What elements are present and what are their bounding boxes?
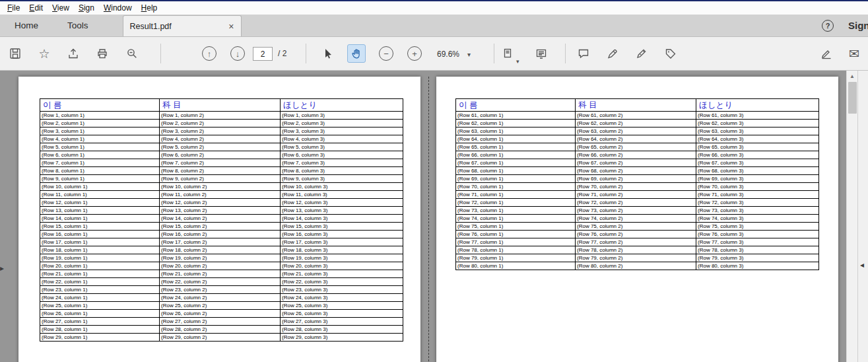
table-cell: (Row 24, column 1) [40, 294, 160, 302]
page-number-input[interactable] [253, 47, 273, 61]
table-cell: (Row 4, column 1) [40, 135, 160, 143]
table-row: (Row 73, column 1)(Row 73, column 2)(Row… [456, 207, 819, 215]
select-tool-button[interactable] [319, 44, 337, 63]
table-row: (Row 70, column 1)(Row 70, column 2)(Row… [456, 183, 819, 191]
table-cell: (Row 1, column 2) [160, 112, 281, 120]
table-cell: (Row 76, column 1) [456, 231, 576, 238]
sign-button[interactable]: Sign [848, 20, 868, 31]
table-cell: (Row 77, column 2) [576, 238, 696, 246]
table-cell: (Row 72, column 3) [696, 199, 819, 207]
expand-right-icon: ▸ [0, 264, 4, 273]
table-row: (Row 66, column 1)(Row 66, column 2)(Row… [456, 151, 819, 159]
table-cell: (Row 7, column 1) [40, 159, 160, 167]
save-button[interactable] [6, 44, 24, 63]
table-cell: (Row 78, column 3) [696, 246, 819, 254]
table-header-cell: ほしとり [281, 99, 403, 112]
menu-item-help[interactable]: Help [137, 2, 162, 14]
tab-home[interactable]: Home [0, 15, 53, 36]
table-cell: (Row 21, column 3) [281, 270, 403, 278]
zoom-out-button[interactable]: − [377, 44, 395, 63]
table-cell: (Row 10, column 2) [160, 183, 281, 191]
table-row: (Row 12, column 1)(Row 12, column 2)(Row… [40, 199, 403, 207]
fill-sign-button[interactable] [817, 44, 836, 63]
table-cell: (Row 70, column 2) [576, 183, 696, 191]
tab-tools[interactable]: Tools [53, 15, 103, 36]
pointer-icon [322, 48, 334, 59]
close-icon[interactable]: × [228, 22, 234, 31]
scrollbar-thumb[interactable] [848, 82, 857, 114]
sign-pen-button[interactable] [632, 44, 651, 63]
table-cell: (Row 79, column 1) [456, 254, 576, 262]
tools-pane-strip: ◂ [857, 71, 868, 362]
share-button[interactable] [64, 44, 83, 63]
table-cell: (Row 76, column 3) [696, 231, 819, 238]
marquee-zoom-button[interactable] [123, 44, 141, 63]
table-cell: (Row 4, column 3) [281, 135, 403, 143]
table-cell: (Row 22, column 1) [40, 278, 160, 286]
zoom-in-button[interactable]: + [405, 44, 424, 63]
star-button[interactable]: ☆ [35, 44, 53, 63]
table-cell: (Row 63, column 3) [696, 127, 819, 135]
scrollbar[interactable]: ▲ [846, 71, 857, 362]
table-header-cell: ほしとり [696, 99, 819, 112]
table-cell: (Row 15, column 2) [160, 223, 281, 231]
table-cell: (Row 11, column 1) [40, 191, 160, 199]
menu-item-window[interactable]: Window [99, 2, 137, 14]
table-cell: (Row 77, column 1) [456, 238, 576, 246]
table-cell: (Row 26, column 1) [40, 310, 160, 318]
print-icon [96, 48, 108, 59]
table-cell: (Row 19, column 2) [160, 254, 281, 262]
reading-mode-button[interactable] [532, 44, 551, 63]
up-arrow-icon: ↑ [202, 46, 217, 61]
pdf-page[interactable]: 이 름科 目ほしとり(Row 1, column 1)(Row 1, colum… [18, 77, 420, 362]
stamp-button[interactable] [661, 44, 680, 63]
table-cell: (Row 17, column 1) [40, 238, 160, 246]
table-cell: (Row 9, column 1) [40, 175, 160, 183]
table-cell: (Row 28, column 2) [160, 326, 281, 334]
table-cell: (Row 11, column 3) [281, 191, 403, 199]
menu-item-file[interactable]: File [3, 2, 24, 14]
tab-document[interactable]: Result1.pdf × [123, 15, 242, 36]
table-cell: (Row 16, column 2) [160, 231, 281, 238]
menu-bar: FileEditViewSignWindowHelp [0, 1, 868, 15]
print-button[interactable] [93, 44, 112, 63]
table-row: (Row 27, column 1)(Row 27, column 2)(Row… [40, 318, 403, 326]
table-cell: (Row 14, column 3) [281, 215, 403, 223]
table-cell: (Row 14, column 1) [40, 215, 160, 223]
toolbar-separator [306, 44, 306, 63]
table-header-cell: 科 目 [160, 99, 281, 112]
table-cell: (Row 73, column 3) [696, 207, 819, 215]
table-cell: (Row 2, column 2) [160, 120, 281, 127]
table-cell: (Row 16, column 1) [40, 231, 160, 238]
previous-page-button[interactable]: ↑ [200, 44, 218, 63]
tools-pane-toggle[interactable]: ◂ [860, 261, 864, 269]
table-row: (Row 24, column 1)(Row 24, column 2)(Row… [40, 294, 403, 302]
highlighter-icon [607, 48, 618, 59]
comment-button[interactable] [574, 44, 593, 63]
table-cell: (Row 78, column 1) [456, 246, 576, 254]
help-icon[interactable]: ? [822, 20, 834, 32]
hand-tool-button[interactable] [347, 44, 366, 63]
email-button[interactable]: ✉ [845, 44, 863, 63]
table-cell: (Row 21, column 1) [40, 270, 160, 278]
highlight-button[interactable] [603, 44, 622, 63]
table-row: (Row 17, column 1)(Row 17, column 2)(Row… [40, 238, 403, 246]
zoom-level-dropdown[interactable]: 69.6% ▾ [433, 47, 475, 61]
table-cell: (Row 5, column 3) [281, 143, 403, 151]
table-cell: (Row 68, column 2) [576, 167, 696, 175]
menu-item-sign[interactable]: Sign [74, 2, 99, 14]
scroll-up-icon[interactable]: ▲ [847, 71, 857, 81]
table-cell: (Row 3, column 1) [40, 127, 160, 135]
table-row: (Row 29, column 1)(Row 29, column 2)(Row… [40, 334, 403, 342]
page-total-label: / 2 [278, 49, 286, 58]
nav-pane-toggle[interactable]: ▸ [0, 261, 8, 275]
table-cell: (Row 69, column 1) [456, 175, 576, 183]
table-row: (Row 78, column 1)(Row 78, column 2)(Row… [456, 246, 819, 254]
menu-item-edit[interactable]: Edit [24, 2, 48, 14]
next-page-button[interactable]: ↓ [228, 44, 247, 63]
table-cell: (Row 23, column 1) [40, 286, 160, 294]
page-display-button[interactable]: ▾ [499, 44, 517, 63]
menu-item-view[interactable]: View [48, 2, 74, 14]
table-row: (Row 2, column 1)(Row 2, column 2)(Row 2… [40, 120, 403, 127]
pdf-page[interactable]: 이 름科 目ほしとり(Row 61, column 1)(Row 61, col… [436, 77, 838, 362]
